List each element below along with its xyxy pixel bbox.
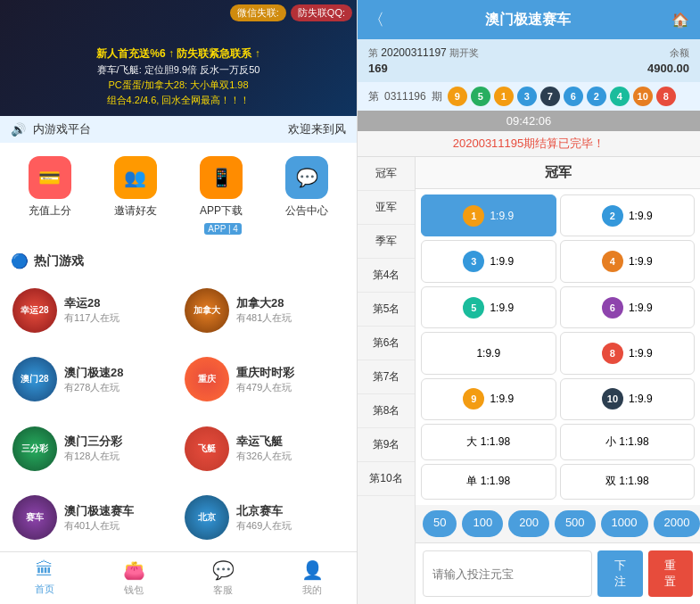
timer-bar: 09:42:06 <box>358 111 700 131</box>
balance-value: 4900.00 <box>647 62 689 75</box>
home-button[interactable]: 🏠 <box>671 12 689 29</box>
game-item[interactable]: 三分彩 澳门三分彩 有128人在玩 <box>7 415 177 483</box>
game-item[interactable]: 重庆 重庆时时彩 有479人在玩 <box>179 346 350 414</box>
game-item[interactable]: 飞艇 幸运飞艇 有326人在玩 <box>179 415 350 483</box>
reset-button[interactable]: 重置 <box>648 550 694 597</box>
games-grid: 幸运28 幸运28 有117人在玩 加拿大 加拿大28 有481人在玩 澳门28… <box>0 277 357 551</box>
bet-input-row: 下注 重置 <box>416 542 700 604</box>
game-players: 有479人在玩 <box>236 381 294 394</box>
bet-amount-input[interactable] <box>423 550 592 597</box>
action-app[interactable]: 📱 APP下载 APP | 4 <box>200 156 243 235</box>
right-title: 澳门极速赛车 <box>485 11 571 29</box>
bet-8[interactable]: 8 1:9.9 <box>560 332 696 374</box>
ball-8: 8 <box>656 87 676 106</box>
chip-2000[interactable]: 2000 <box>654 510 701 537</box>
menu-6th[interactable]: 第6名 <box>358 327 415 360</box>
game-section: 冠军 亚军 季军 第4名 第5名 第6名 第7名 第8名 第9名 第10名 冠军… <box>358 157 700 604</box>
banner-line4: 组合4.2/4.6, 回水全网最高！！！ <box>4 94 352 107</box>
game-item[interactable]: 幸运28 幸运28 有117人在玩 <box>7 277 177 344</box>
chip-50[interactable]: 50 <box>423 510 457 537</box>
chips-row: 50 100 200 500 1000 2000 核验 <box>416 505 700 542</box>
banner-line1: 新人首充送%6 ↑ 防失联紧急联系 ↑ <box>4 46 352 62</box>
bet-num-3: 3 <box>463 251 484 272</box>
hot-games-label: 热门游戏 <box>34 253 84 269</box>
bet-big[interactable]: 大 1:1.98 <box>421 424 556 459</box>
section-title: 冠军 <box>416 157 700 189</box>
nav-wallet[interactable]: 👛 钱包 <box>89 559 178 597</box>
betting-area: 冠军 1 1:9.9 2 1:9.9 3 1:9.9 4 1: <box>416 157 700 604</box>
bet-num-2: 2 <box>602 205 623 227</box>
bet-7[interactable]: 1:9.9 <box>421 332 556 374</box>
bet-num-4: 4 <box>602 251 623 272</box>
menu-champion[interactable]: 冠军 <box>358 157 415 191</box>
bottom-nav: 🏛 首页 👛 钱包 💬 客服 👤 我的 <box>0 551 357 604</box>
game-item[interactable]: 北京 北京赛车 有469人在玩 <box>179 484 350 552</box>
chip-1000[interactable]: 1000 <box>601 510 648 537</box>
bet-3[interactable]: 3 1:9.9 <box>421 240 556 282</box>
game-name: 幸运28 <box>64 295 119 311</box>
welcome-right: 欢迎来到风 <box>288 121 346 137</box>
ball-4: 4 <box>610 87 630 106</box>
hot-games-section: 🔵 热门游戏 <box>0 248 357 277</box>
prev-num: 0311196 <box>384 90 426 103</box>
bet-even[interactable]: 双 1:1.98 <box>560 464 696 500</box>
submit-button[interactable]: 下注 <box>597 550 643 597</box>
menu-4th[interactable]: 第4名 <box>358 259 415 293</box>
nav-profile[interactable]: 👤 我的 <box>268 559 357 597</box>
action-invite[interactable]: 👥 邀请好友 <box>114 156 157 235</box>
bet-small[interactable]: 小 1:1.98 <box>560 424 696 459</box>
ball-7: 7 <box>540 87 560 106</box>
game-item[interactable]: 澳门28 澳门极速28 有278人在玩 <box>7 346 177 414</box>
game-name: 加拿大28 <box>236 295 292 311</box>
bet-5[interactable]: 5 1:9.9 <box>421 286 556 328</box>
chip-500[interactable]: 500 <box>555 510 596 537</box>
game-item[interactable]: 赛车 澳门极速赛车 有401人在玩 <box>7 484 177 552</box>
bet-4[interactable]: 4 1:9.9 <box>560 240 696 282</box>
game-icon-lucky-boat: 飞艇 <box>185 426 229 471</box>
ball-10: 10 <box>633 87 653 106</box>
hot-icon: 🔵 <box>11 252 29 269</box>
bet-odd[interactable]: 单 1:1.98 <box>421 464 556 500</box>
banner-btn-wechat[interactable]: 微信失联: <box>230 4 286 21</box>
back-button[interactable]: 〈 <box>368 9 384 30</box>
bet-num-10: 10 <box>602 388 623 410</box>
info-bar: 第 20200311197 期开奖 169 余额 4900.00 <box>358 39 700 82</box>
game-icon-macau28: 澳门28 <box>12 357 57 401</box>
bet-6[interactable]: 6 1:9.9 <box>560 286 696 328</box>
menu-5th[interactable]: 第5名 <box>358 293 415 327</box>
result-balls: 9 5 1 3 7 6 2 4 10 8 <box>448 87 676 106</box>
bet-2[interactable]: 2 1:9.9 <box>560 194 696 236</box>
game-name: 澳门极速28 <box>64 365 123 381</box>
bet-9[interactable]: 9 1:9.9 <box>421 378 556 420</box>
menu-third[interactable]: 季军 <box>358 225 415 259</box>
menu-8th[interactable]: 第8名 <box>358 394 415 428</box>
menu-10th[interactable]: 第10名 <box>358 462 415 496</box>
ball-6: 6 <box>564 87 583 106</box>
action-notice[interactable]: 💬 公告中心 <box>285 156 328 235</box>
profile-icon: 👤 <box>301 559 324 581</box>
side-menu: 冠军 亚军 季军 第4名 第5名 第6名 第7名 第8名 第9名 第10名 <box>358 157 416 604</box>
bet-10[interactable]: 10 1:9.9 <box>560 378 696 420</box>
chip-100[interactable]: 100 <box>462 510 503 537</box>
menu-7th[interactable]: 第7名 <box>358 360 415 394</box>
menu-second[interactable]: 亚军 <box>358 191 415 225</box>
period-label: 第 <box>368 47 378 58</box>
recharge-label: 充值上分 <box>29 203 71 219</box>
banner-btn-qq[interactable]: 防失联QQ: <box>291 4 352 21</box>
prev-period-row: 第 0311196 期 9 5 1 3 7 6 2 4 10 8 <box>358 82 700 111</box>
nav-home[interactable]: 🏛 首页 <box>0 559 89 597</box>
game-name: 幸运飞艇 <box>236 434 292 450</box>
ball-5: 5 <box>471 87 490 106</box>
game-icon-macau-racing: 赛车 <box>12 495 57 540</box>
ball-9: 9 <box>448 87 467 106</box>
banner-line2: 赛车/飞艇: 定位胆9.9倍 反水一万反50 <box>4 63 352 77</box>
chip-200[interactable]: 200 <box>508 510 549 537</box>
game-item[interactable]: 加拿大 加拿大28 有481人在玩 <box>179 277 350 344</box>
bet-1[interactable]: 1 1:9.9 <box>421 194 556 236</box>
game-players: 有481人在玩 <box>236 311 292 325</box>
nav-service[interactable]: 💬 客服 <box>178 559 268 597</box>
action-recharge[interactable]: 💳 充值上分 <box>29 156 71 235</box>
menu-9th[interactable]: 第9名 <box>358 428 415 462</box>
notice-icon: 💬 <box>285 156 328 199</box>
complete-bar: 20200311195期结算已完毕！ <box>358 131 700 157</box>
